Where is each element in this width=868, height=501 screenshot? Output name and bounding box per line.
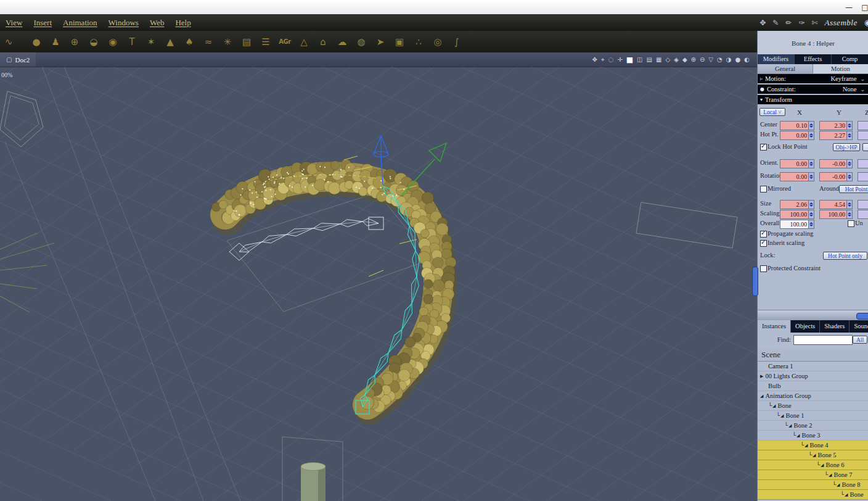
rotation-x-field[interactable]: 0.00: [780, 172, 814, 181]
collapse-icon[interactable]: ◢: [837, 482, 840, 487]
spinner[interactable]: [808, 160, 814, 168]
layout-rows-icon[interactable]: ▤: [647, 57, 652, 63]
cloud-tool[interactable]: ☁: [334, 36, 351, 48]
hot-point-z-field[interactable]: [858, 131, 868, 140]
tree-item-bone[interactable]: └◢Bone: [758, 490, 868, 500]
tab-motion[interactable]: Motion: [813, 64, 868, 73]
orient-y-field[interactable]: -0.00: [819, 159, 853, 168]
maximize-button[interactable]: □: [857, 1, 868, 14]
target-tool[interactable]: ◎: [429, 36, 446, 48]
orbit-icon[interactable]: ◌: [608, 57, 614, 63]
hot-point-x-field[interactable]: 0.00: [780, 131, 814, 140]
tab-instances[interactable]: Instances: [758, 320, 791, 333]
spinner[interactable]: [808, 122, 814, 130]
spinner[interactable]: [808, 220, 814, 228]
mirrored-checkbox[interactable]: [760, 186, 767, 193]
eye-icon[interactable]: ◉: [864, 18, 868, 27]
text-tool[interactable]: T: [123, 36, 141, 48]
terrain-tool[interactable]: ▲: [162, 36, 179, 48]
tree-item-bone-7[interactable]: └◢Bone 7: [758, 470, 868, 480]
spinner[interactable]: [846, 201, 852, 209]
collapse-icon[interactable]: ◢: [796, 433, 800, 438]
ocean-tool[interactable]: ≈: [200, 36, 217, 48]
rotation-z-field[interactable]: [858, 172, 868, 181]
tab-sounds[interactable]: Sounds: [850, 320, 868, 333]
plant-tool[interactable]: ♠: [181, 36, 198, 48]
menu-item-insert[interactable]: Insert: [33, 18, 52, 28]
hp-to-obj-button[interactable]: H: [862, 143, 868, 151]
constraint-header[interactable]: ● Constraint: None ⌄: [758, 85, 868, 94]
obj-to-hp-button[interactable]: Obj->HP: [833, 143, 860, 151]
menu-item-view[interactable]: View: [6, 18, 22, 28]
chevron-down-icon[interactable]: ⌄: [860, 86, 865, 93]
collapse-icon[interactable]: ◢: [845, 492, 848, 497]
spiral-tool[interactable]: ◉: [104, 36, 121, 48]
geodesic-tool[interactable]: ⊕: [66, 36, 83, 48]
brush-tool-icon[interactable]: ✑: [798, 19, 805, 27]
spinner[interactable]: [846, 173, 852, 181]
drop-view-icon[interactable]: ▽: [708, 57, 713, 63]
sphere-phong-icon[interactable]: ●: [735, 57, 741, 63]
tab-general[interactable]: General: [758, 64, 813, 73]
sphere-flat-icon[interactable]: ◔: [717, 57, 723, 63]
tree-item-bone-3[interactable]: └◢Bone 3: [758, 431, 868, 441]
add-view-icon[interactable]: ⊕: [691, 57, 696, 63]
tree-item-animation-group[interactable]: ◢Animation Group: [758, 391, 868, 401]
tab-shaders[interactable]: Shaders: [820, 320, 850, 333]
agr-tool[interactable]: AGr: [276, 38, 293, 45]
tree-item-bone-4[interactable]: └◢Bone 4: [758, 441, 868, 450]
knife-tool-icon[interactable]: ✄: [811, 19, 817, 27]
rotation-y-field[interactable]: -0.00: [819, 172, 853, 181]
inherit-scaling-checkbox[interactable]: [760, 240, 767, 247]
center-y-field[interactable]: 2.30: [819, 121, 853, 130]
collapse-icon[interactable]: ◢: [805, 443, 808, 448]
tab-objects[interactable]: Objects: [791, 320, 820, 333]
orient-x-field[interactable]: 0.00: [780, 159, 814, 168]
expand-icon[interactable]: ▶: [760, 374, 763, 379]
wireframe-icon[interactable]: ◇: [665, 57, 670, 63]
document-tab[interactable]: ▢ Doc2: [0, 52, 36, 67]
tree-item-bone-8[interactable]: └◢Bone 8: [758, 480, 868, 490]
collapse-icon[interactable]: ◢: [829, 473, 832, 478]
zoom-icon[interactable]: ✛: [617, 57, 622, 63]
metaball-tool[interactable]: ◒: [85, 36, 102, 48]
find-input[interactable]: [793, 335, 853, 345]
menu-item-web[interactable]: Web: [150, 18, 165, 28]
tree-item-bone-6[interactable]: └◢Bone 6: [758, 460, 868, 470]
bone-tool[interactable]: ∫: [448, 36, 465, 48]
chevron-down-icon[interactable]: ⌄: [860, 76, 865, 82]
tree-item-bone-2[interactable]: └◢Bone 2: [758, 421, 868, 431]
spinner[interactable]: [808, 131, 814, 139]
tree-item-bone[interactable]: └◢Bone: [758, 401, 868, 411]
rock-tool[interactable]: ◍: [353, 36, 370, 48]
size-y-field[interactable]: 4.54: [819, 200, 853, 209]
collapse-icon[interactable]: ◢: [772, 404, 776, 408]
protected-constraint-checkbox[interactable]: [760, 265, 767, 272]
sphere-gouraud-icon[interactable]: ◑: [726, 57, 732, 63]
center-z-field[interactable]: [858, 121, 868, 130]
transform-header[interactable]: ▾ Transform: [758, 95, 868, 104]
lock-mode-button[interactable]: Hot Point only: [823, 252, 867, 260]
spinner[interactable]: [808, 210, 814, 218]
target-icon[interactable]: ⌖: [601, 57, 605, 63]
collapse-icon[interactable]: ◢: [821, 463, 824, 468]
spinner[interactable]: [808, 173, 814, 181]
tab-comp[interactable]: Comp: [832, 54, 868, 64]
menu-item-animation[interactable]: Animation: [63, 18, 97, 28]
constraint-value[interactable]: None: [843, 86, 857, 93]
scene-canvas[interactable]: [0, 67, 757, 501]
mirror-around-button[interactable]: Hot Point: [839, 185, 868, 193]
spinner[interactable]: [846, 160, 852, 168]
coordinate-space-button[interactable]: Local ˅: [760, 108, 785, 116]
arrow-tool[interactable]: ➤: [372, 36, 389, 48]
cloth-tool[interactable]: ▤: [238, 36, 255, 48]
tree-item-bone-5[interactable]: └◢Bone 5: [758, 450, 868, 460]
sphere-texture-icon[interactable]: ◐: [744, 57, 750, 63]
uniform-checkbox[interactable]: [848, 220, 854, 227]
tree-item-00-lights-group[interactable]: ▶00 Lights Group: [758, 371, 868, 381]
particle-tool[interactable]: ✶: [142, 36, 160, 48]
house-tool[interactable]: ⌂: [314, 36, 332, 48]
spinner[interactable]: [846, 122, 852, 130]
spinner[interactable]: [846, 210, 852, 218]
spinner[interactable]: [808, 201, 814, 209]
